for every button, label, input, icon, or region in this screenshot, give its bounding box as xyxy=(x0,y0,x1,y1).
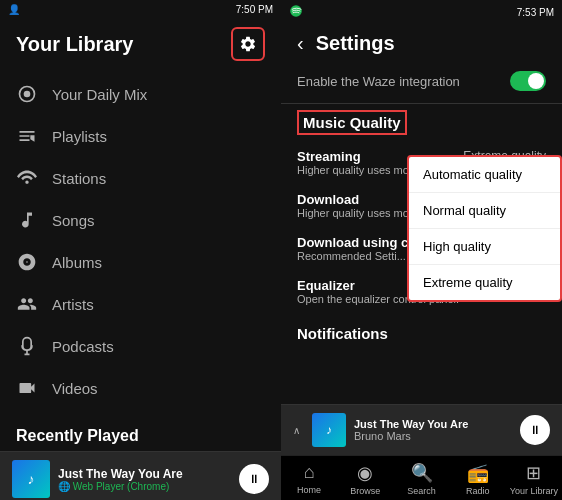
nav-label-playlists: Playlists xyxy=(52,128,107,145)
albums-icon xyxy=(16,251,38,273)
songs-icon xyxy=(16,209,38,231)
right-bottom-search[interactable]: 🔍 Search xyxy=(393,456,449,500)
right-bottom-search-label: Search xyxy=(407,486,436,496)
settings-download-using-text: Download using c... Recommended Setti... xyxy=(297,235,419,262)
left-header-title: Your Library xyxy=(16,33,133,56)
left-header: Your Library xyxy=(0,19,281,73)
nav-item-videos[interactable]: Videos xyxy=(0,367,281,409)
right-bottom-library-label: Your Library xyxy=(510,486,558,496)
left-now-playing-bar[interactable]: ♪ Just The Way You Are 🌐 Web Player (Chr… xyxy=(0,451,281,500)
waze-row: Enable the Waze integration xyxy=(281,65,562,101)
now-playing-info-right: Just The Way You Are Bruno Mars xyxy=(354,418,512,442)
pause-button-left[interactable]: ⏸ xyxy=(239,464,269,494)
stations-icon xyxy=(16,167,38,189)
svg-point-0 xyxy=(24,91,31,98)
waze-toggle[interactable] xyxy=(510,71,546,91)
quality-dropdown: Automatic quality Normal quality High qu… xyxy=(407,155,562,302)
person-icon: 👤 xyxy=(8,4,20,15)
videos-icon xyxy=(16,377,38,399)
left-panel: 👤 7:50 PM Your Library Your Daily Mix Pl… xyxy=(0,0,281,500)
now-playing-song-left: Just The Way You Are xyxy=(58,467,231,481)
nav-item-podcasts[interactable]: Podcasts xyxy=(0,325,281,367)
daily-mix-icon xyxy=(16,83,38,105)
right-status-right: 7:53 PM xyxy=(517,7,554,18)
music-quality-title: Music Quality xyxy=(297,110,407,135)
nav-label-songs: Songs xyxy=(52,212,95,229)
right-status-left xyxy=(289,4,303,20)
album-art-left: ♪ xyxy=(12,460,50,498)
right-spacer xyxy=(281,347,562,404)
now-playing-controls-left: ⏸ xyxy=(239,464,269,494)
right-bottom-radio[interactable]: 📻 Radio xyxy=(450,456,506,500)
nav-list: Your Daily Mix Playlists Stations Songs … xyxy=(0,73,281,417)
right-radio-icon: 📻 xyxy=(467,462,489,484)
spotify-icon xyxy=(289,4,303,18)
quality-option-extreme[interactable]: Extreme quality xyxy=(409,265,560,300)
settings-download-using-title: Download using c... xyxy=(297,235,419,250)
now-playing-artist-right: Bruno Mars xyxy=(354,430,512,442)
nav-item-playlists[interactable]: Playlists xyxy=(0,115,281,157)
recently-played-title: Recently Played xyxy=(0,417,281,451)
now-playing-sub-left: 🌐 Web Player (Chrome) xyxy=(58,481,231,492)
nav-item-albums[interactable]: Albums xyxy=(0,241,281,283)
left-status-left: 👤 xyxy=(8,4,20,15)
right-library-icon: ⊞ xyxy=(526,462,541,484)
quality-option-high[interactable]: High quality xyxy=(409,229,560,265)
right-bottom-browse[interactable]: ◉ Browse xyxy=(337,456,393,500)
nav-item-artists[interactable]: Artists xyxy=(0,283,281,325)
playlists-icon xyxy=(16,125,38,147)
right-now-playing-bar[interactable]: ∧ ♪ Just The Way You Are Bruno Mars ⏸ xyxy=(281,404,562,455)
right-bottom-home-label: Home xyxy=(297,485,321,495)
nav-label-albums: Albums xyxy=(52,254,102,271)
gear-icon xyxy=(239,35,257,53)
nav-item-stations[interactable]: Stations xyxy=(0,157,281,199)
right-time: 7:53 PM xyxy=(517,7,554,18)
nav-item-songs[interactable]: Songs xyxy=(0,199,281,241)
nav-label-videos: Videos xyxy=(52,380,98,397)
waze-label: Enable the Waze integration xyxy=(297,74,460,89)
nav-label-artists: Artists xyxy=(52,296,94,313)
back-button[interactable]: ‹ xyxy=(297,32,304,55)
section-divider xyxy=(281,103,562,104)
pause-button-right[interactable]: ⏸ xyxy=(520,415,550,445)
gear-button[interactable] xyxy=(231,27,265,61)
music-quality-section-header: Music Quality xyxy=(281,106,562,141)
nav-label-podcasts: Podcasts xyxy=(52,338,114,355)
nav-label-daily-mix: Your Daily Mix xyxy=(52,86,147,103)
left-status-bar: 👤 7:50 PM xyxy=(0,0,281,19)
right-header-title: Settings xyxy=(316,32,395,55)
settings-download-using-sub: Recommended Setti... xyxy=(297,250,419,262)
now-playing-song-right: Just The Way You Are xyxy=(354,418,512,430)
right-bottom-home[interactable]: ⌂ Home xyxy=(281,456,337,500)
left-status-right: 7:50 PM xyxy=(236,4,273,15)
right-bottom-library[interactable]: ⊞ Your Library xyxy=(506,456,562,500)
right-bottom-radio-label: Radio xyxy=(466,486,490,496)
podcasts-icon xyxy=(16,335,38,357)
artists-icon xyxy=(16,293,38,315)
right-bottom-browse-label: Browse xyxy=(350,486,380,496)
now-playing-controls-right: ⏸ xyxy=(520,415,550,445)
right-browse-icon: ◉ xyxy=(357,462,373,484)
quality-option-normal[interactable]: Normal quality xyxy=(409,193,560,229)
right-panel: 7:53 PM ‹ Settings Enable the Waze integ… xyxy=(281,0,562,500)
right-status-bar: 7:53 PM xyxy=(281,0,562,24)
quality-option-automatic[interactable]: Automatic quality xyxy=(409,157,560,193)
right-search-icon: 🔍 xyxy=(411,462,433,484)
chevron-up-icon: ∧ xyxy=(293,425,300,436)
nav-item-daily-mix[interactable]: Your Daily Mix xyxy=(0,73,281,115)
notifications-title: Notifications xyxy=(297,325,388,342)
nav-label-stations: Stations xyxy=(52,170,106,187)
album-art-right: ♪ xyxy=(312,413,346,447)
left-time: 7:50 PM xyxy=(236,4,273,15)
right-header: ‹ Settings xyxy=(281,24,562,65)
notifications-section: Notifications xyxy=(281,317,562,347)
now-playing-info-left: Just The Way You Are 🌐 Web Player (Chrom… xyxy=(58,467,231,492)
right-home-icon: ⌂ xyxy=(304,462,315,483)
right-bottom-nav: ⌂ Home ◉ Browse 🔍 Search 📻 Radio ⊞ Your … xyxy=(281,455,562,500)
